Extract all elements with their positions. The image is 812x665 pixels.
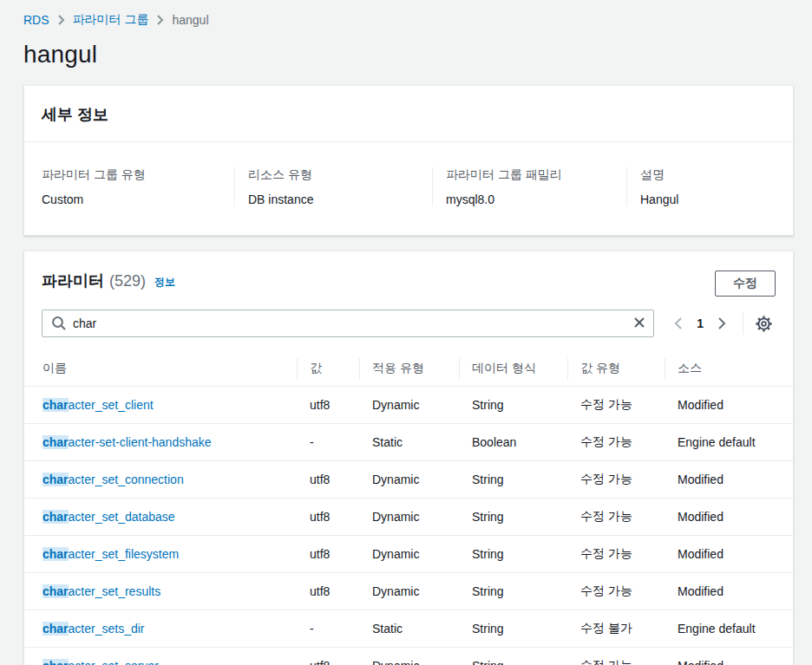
parameter-apply-type-cell: Dynamic bbox=[359, 648, 459, 665]
table-row: character_sets_dir - Static String 수정 불가… bbox=[24, 610, 793, 648]
table-row: character_set_results utf8 Dynamic Strin… bbox=[24, 573, 793, 610]
table-row: character_set_client utf8 Dynamic String… bbox=[24, 387, 793, 424]
table-row: character_set_database utf8 Dynamic Stri… bbox=[24, 499, 793, 536]
parameter-value-cell: - bbox=[297, 424, 359, 461]
parameter-apply-type-cell: Dynamic bbox=[359, 536, 459, 573]
table-row: character-set-client-handshake - Static … bbox=[24, 424, 793, 461]
field-label: 파라미터 그룹 유형 bbox=[42, 167, 220, 183]
parameter-source-cell: Modified bbox=[665, 461, 793, 499]
parameter-value-cell: utf8 bbox=[297, 536, 359, 573]
breadcrumb-link-rds[interactable]: RDS bbox=[23, 13, 49, 27]
breadcrumb-current: hangul bbox=[172, 13, 208, 27]
column-header-value-type[interactable]: 값 유형 bbox=[567, 352, 665, 387]
column-header-source[interactable]: 소스 bbox=[665, 352, 793, 387]
parameter-source-cell: Modified bbox=[665, 387, 793, 424]
settings-gear-icon[interactable] bbox=[752, 312, 776, 336]
parameter-apply-type-cell: Static bbox=[359, 610, 459, 648]
parameters-card: 파라미터 (529) 정보 수정 1 bbox=[23, 251, 794, 665]
pagination: 1 bbox=[668, 312, 776, 336]
parameter-data-type-cell: String bbox=[459, 461, 567, 499]
field-value: DB instance bbox=[248, 192, 418, 206]
next-page-button[interactable] bbox=[711, 315, 732, 332]
field-label: 설명 bbox=[640, 167, 762, 183]
parameter-value-cell: utf8 bbox=[297, 461, 359, 499]
parameter-name-cell: character_sets_dir bbox=[24, 610, 297, 648]
parameter-data-type-cell: String bbox=[459, 648, 567, 665]
parameters-card-header: 파라미터 (529) 정보 수정 bbox=[24, 251, 793, 297]
parameter-source-cell: Modified bbox=[665, 499, 793, 536]
parameter-data-type-cell: String bbox=[459, 499, 567, 536]
details-fields: 파라미터 그룹 유형 Custom 리소스 유형 DB instance 파라미… bbox=[24, 142, 793, 235]
parameter-name-link[interactable]: character_set_server bbox=[43, 659, 159, 665]
parameters-toolbar: 1 bbox=[24, 297, 793, 352]
field-value: Hangul bbox=[640, 192, 762, 206]
parameter-name-link[interactable]: character_sets_dir bbox=[43, 622, 145, 636]
field-parameter-group-type: 파라미터 그룹 유형 Custom bbox=[42, 167, 234, 206]
parameter-data-type-cell: String bbox=[459, 536, 567, 573]
parameter-name-link[interactable]: character_set_connection bbox=[43, 473, 184, 486]
field-value: Custom bbox=[42, 192, 220, 206]
chevron-right-icon bbox=[57, 15, 65, 25]
parameter-value-type-cell: 수정 가능 bbox=[567, 424, 665, 461]
column-header-value[interactable]: 값 bbox=[297, 352, 359, 387]
parameter-name-link[interactable]: character-set-client-handshake bbox=[43, 435, 212, 449]
parameter-data-type-cell: String bbox=[459, 610, 567, 648]
column-header-name[interactable]: 이름 bbox=[24, 352, 297, 387]
parameter-value-type-cell: 수정 가능 bbox=[567, 573, 665, 610]
parameter-data-type-cell: Boolean bbox=[459, 424, 567, 461]
parameter-name-link[interactable]: character_set_filesystem bbox=[43, 547, 179, 561]
table-row: character_set_filesystem utf8 Dynamic St… bbox=[24, 536, 793, 573]
search-box bbox=[42, 310, 654, 337]
parameter-source-cell: Modified bbox=[665, 573, 793, 610]
parameter-name-cell: character_set_client bbox=[24, 387, 297, 424]
parameter-name-cell: character-set-client-handshake bbox=[24, 424, 297, 461]
parameter-apply-type-cell: Dynamic bbox=[359, 461, 459, 499]
page-title: hangul bbox=[23, 41, 794, 68]
details-card-title: 세부 정보 bbox=[42, 106, 108, 123]
current-page-number[interactable]: 1 bbox=[697, 316, 704, 330]
table-row: character_set_server utf8 Dynamic String… bbox=[24, 648, 793, 665]
parameter-value-type-cell: 수정 가능 bbox=[567, 387, 665, 424]
column-header-data-type[interactable]: 데이터 형식 bbox=[459, 352, 567, 387]
field-description: 설명 Hangul bbox=[626, 167, 776, 206]
toolbar-divider bbox=[743, 312, 743, 335]
parameter-source-cell: Engine default bbox=[665, 424, 793, 461]
parameter-value-type-cell: 수정 가능 bbox=[567, 536, 665, 573]
parameters-table: 이름 값 적용 유형 데이터 형식 값 유형 소스 character_set_… bbox=[24, 352, 793, 665]
field-value: mysql8.0 bbox=[446, 192, 612, 206]
breadcrumb-link-parameter-groups[interactable]: 파라미터 그룹 bbox=[73, 12, 149, 28]
parameter-name-link[interactable]: character_set_results bbox=[43, 584, 160, 598]
parameter-name-cell: character_set_results bbox=[24, 573, 297, 610]
parameter-value-type-cell: 수정 불가 bbox=[567, 610, 665, 648]
parameter-value-type-cell: 수정 가능 bbox=[567, 499, 665, 536]
parameters-title: 파라미터 bbox=[42, 271, 104, 291]
field-parameter-group-family: 파라미터 그룹 패밀리 mysql8.0 bbox=[432, 167, 626, 206]
parameter-apply-type-cell: Dynamic bbox=[359, 387, 459, 424]
parameters-table-body: character_set_client utf8 Dynamic String… bbox=[24, 387, 793, 665]
parameter-apply-type-cell: Dynamic bbox=[359, 573, 459, 610]
parameter-data-type-cell: String bbox=[459, 573, 567, 610]
parameter-source-cell: Modified bbox=[665, 648, 793, 665]
parameter-source-cell: Engine default bbox=[665, 610, 793, 648]
parameter-name-cell: character_set_connection bbox=[24, 461, 297, 499]
details-card: 세부 정보 파라미터 그룹 유형 Custom 리소스 유형 DB instan… bbox=[23, 85, 794, 236]
parameter-value-cell: utf8 bbox=[297, 648, 359, 665]
previous-page-button[interactable] bbox=[668, 315, 689, 332]
parameter-apply-type-cell: Dynamic bbox=[359, 499, 459, 536]
parameter-value-cell: utf8 bbox=[297, 387, 359, 424]
parameter-name-cell: character_set_database bbox=[24, 499, 297, 536]
parameter-name-link[interactable]: character_set_client bbox=[43, 398, 154, 412]
info-link[interactable]: 정보 bbox=[154, 275, 175, 290]
parameter-value-type-cell: 수정 가능 bbox=[567, 461, 665, 499]
parameter-value-type-cell: 수정 가능 bbox=[567, 648, 665, 665]
modify-button[interactable]: 수정 bbox=[715, 271, 776, 297]
breadcrumb: RDS 파라미터 그룹 hangul bbox=[23, 12, 794, 28]
filter-parameters-input[interactable] bbox=[42, 310, 654, 337]
field-label: 파라미터 그룹 패밀리 bbox=[446, 167, 612, 183]
column-header-apply-type[interactable]: 적용 유형 bbox=[359, 352, 459, 387]
clear-search-button[interactable] bbox=[630, 313, 649, 332]
parameter-name-link[interactable]: character_set_database bbox=[43, 510, 175, 524]
parameter-data-type-cell: String bbox=[459, 387, 567, 424]
parameter-value-cell: utf8 bbox=[297, 573, 359, 610]
parameters-count: (529) bbox=[109, 272, 146, 290]
